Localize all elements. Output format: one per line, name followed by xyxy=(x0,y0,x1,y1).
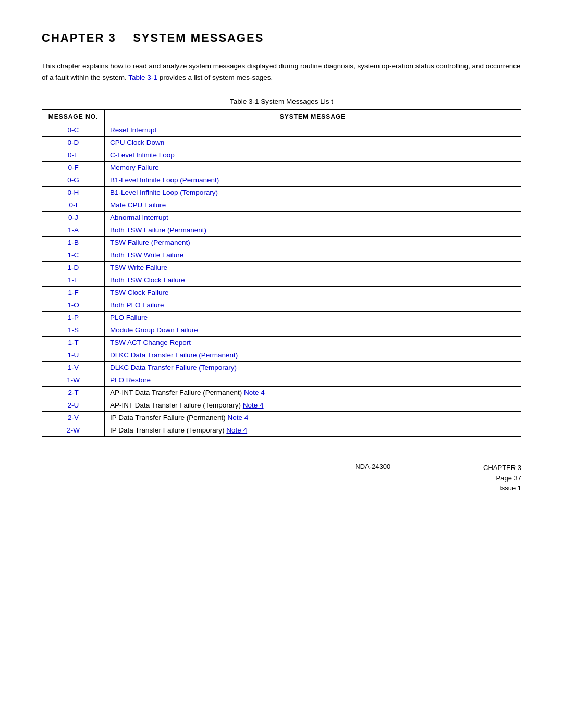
message-text-cell[interactable]: Both PLO Failure xyxy=(105,299,521,312)
message-no-cell[interactable]: 1-U xyxy=(42,349,105,362)
message-text-cell[interactable]: Both TSW Clock Failure xyxy=(105,274,521,287)
message-link[interactable]: B1-Level Infinite Loop (Permanent) xyxy=(110,176,219,184)
table-row: 1-SModule Group Down Failure xyxy=(42,324,521,337)
message-link[interactable]: Mate CPU Failure xyxy=(110,201,166,209)
message-text-cell: AP-INT Data Transfer Failure (Permanent)… xyxy=(105,387,521,399)
message-text-cell[interactable]: PLO Restore xyxy=(105,374,521,387)
note-link[interactable]: Note 4 xyxy=(243,401,264,409)
message-no-cell: 2-V xyxy=(42,412,105,424)
message-text-cell[interactable]: B1-Level Infinite Loop (Temporary) xyxy=(105,187,521,199)
message-link[interactable]: DLKC Data Transfer Failure (Permanent) xyxy=(110,351,238,359)
message-link[interactable]: Both TSW Write Failure xyxy=(110,251,183,259)
message-no-cell: 2-T xyxy=(42,387,105,399)
message-link[interactable]: CPU Clock Down xyxy=(110,139,164,146)
message-no-cell[interactable]: 0-C xyxy=(42,124,105,137)
message-link[interactable]: TSW Write Failure xyxy=(110,264,167,272)
message-text-cell[interactable]: Both TSW Write Failure xyxy=(105,249,521,262)
table-caption: Table 3-1 System Messages Lis t xyxy=(42,97,521,105)
system-messages-table: MESSAGE NO. SYSTEM MESSAGE 0-CReset Inte… xyxy=(42,109,521,437)
table-row: 0-FMemory Failure xyxy=(42,162,521,174)
table-row: 0-GB1-Level Infinite Loop (Permanent) xyxy=(42,174,521,187)
table-row: 0-IMate CPU Failure xyxy=(42,199,521,212)
table-row: 2-UAP-INT Data Transfer Failure (Tempora… xyxy=(42,399,521,412)
message-link[interactable]: B1-Level Infinite Loop (Temporary) xyxy=(110,189,218,196)
message-link[interactable]: Both TSW Clock Failure xyxy=(110,276,185,284)
message-no-cell[interactable]: 1-O xyxy=(42,299,105,312)
table-row: 1-TTSW ACT Change Report xyxy=(42,337,521,349)
message-no-cell[interactable]: 1-F xyxy=(42,287,105,299)
message-text-cell[interactable]: Module Group Down Failure xyxy=(105,324,521,337)
message-no-cell[interactable]: 1-S xyxy=(42,324,105,337)
table-row: 2-WIP Data Transfer Failure (Temporary) … xyxy=(42,424,521,437)
table-row: 0-HB1-Level Infinite Loop (Temporary) xyxy=(42,187,521,199)
footer-doc-number: NDA-24300 xyxy=(263,463,484,471)
message-link[interactable]: PLO Failure xyxy=(110,314,148,322)
message-text-cell[interactable]: DLKC Data Transfer Failure (Permanent) xyxy=(105,349,521,362)
message-link[interactable]: TSW Failure (Permanent) xyxy=(110,239,190,246)
message-no-cell[interactable]: 0-F xyxy=(42,162,105,174)
table-row: 0-EC-Level Infinite Loop xyxy=(42,149,521,162)
message-no-cell[interactable]: 0-G xyxy=(42,174,105,187)
note-link[interactable]: Note 4 xyxy=(226,426,247,434)
message-no-cell[interactable]: 1-W xyxy=(42,374,105,387)
table-row: 1-VDLKC Data Transfer Failure (Temporary… xyxy=(42,362,521,374)
message-link[interactable]: DLKC Data Transfer Failure (Temporary) xyxy=(110,364,237,372)
table-row: 2-VIP Data Transfer Failure (Permanent) … xyxy=(42,412,521,424)
message-link[interactable]: Module Group Down Failure xyxy=(110,326,198,334)
table-row: 1-OBoth PLO Failure xyxy=(42,299,521,312)
message-link[interactable]: C-Level Infinite Loop xyxy=(110,151,175,159)
message-text-cell[interactable]: Both TSW Failure (Permanent) xyxy=(105,224,521,237)
table-row: 0-JAbnormal Interrupt xyxy=(42,212,521,224)
col-header-system-message: SYSTEM MESSAGE xyxy=(105,110,521,124)
col-header-msg-no: MESSAGE NO. xyxy=(42,110,105,124)
message-text-cell[interactable]: PLO Failure xyxy=(105,312,521,324)
message-no-cell[interactable]: 1-A xyxy=(42,224,105,237)
message-no-cell[interactable]: 0-H xyxy=(42,187,105,199)
message-no-cell[interactable]: 0-J xyxy=(42,212,105,224)
table-row: 0-CReset Interrupt xyxy=(42,124,521,137)
message-text-cell[interactable]: DLKC Data Transfer Failure (Temporary) xyxy=(105,362,521,374)
note-link[interactable]: Note 4 xyxy=(228,414,249,422)
message-text-cell[interactable]: Mate CPU Failure xyxy=(105,199,521,212)
note-link[interactable]: Note 4 xyxy=(244,389,265,397)
message-link[interactable]: TSW Clock Failure xyxy=(110,289,169,297)
message-text-cell[interactable]: B1-Level Infinite Loop (Permanent) xyxy=(105,174,521,187)
message-link[interactable]: PLO Restore xyxy=(110,376,151,384)
table-row: 1-CBoth TSW Write Failure xyxy=(42,249,521,262)
message-no-cell[interactable]: 0-I xyxy=(42,199,105,212)
message-no-cell[interactable]: 1-P xyxy=(42,312,105,324)
chapter-title: CHAPTER 3 SYSTEM MESSAGES xyxy=(42,31,521,45)
table-row: 1-EBoth TSW Clock Failure xyxy=(42,274,521,287)
message-link[interactable]: Both TSW Failure (Permanent) xyxy=(110,226,206,234)
message-no-cell[interactable]: 1-C xyxy=(42,249,105,262)
message-text-cell[interactable]: TSW Clock Failure xyxy=(105,287,521,299)
message-link[interactable]: Both PLO Failure xyxy=(110,301,164,309)
message-no-cell[interactable]: 1-B xyxy=(42,237,105,249)
table-row: 2-TAP-INT Data Transfer Failure (Permane… xyxy=(42,387,521,399)
message-link[interactable]: TSW ACT Change Report xyxy=(110,339,191,347)
message-no-cell[interactable]: 1-E xyxy=(42,274,105,287)
intro-paragraph: This chapter explains how to read and an… xyxy=(42,60,521,83)
message-link[interactable]: Abnormal Interrupt xyxy=(110,214,168,221)
message-no-cell[interactable]: 1-V xyxy=(42,362,105,374)
message-text-cell: AP-INT Data Transfer Failure (Temporary)… xyxy=(105,399,521,412)
message-no-cell[interactable]: 1-D xyxy=(42,262,105,274)
message-text-cell[interactable]: CPU Clock Down xyxy=(105,137,521,149)
message-no-cell[interactable]: 1-T xyxy=(42,337,105,349)
message-text-cell[interactable]: Abnormal Interrupt xyxy=(105,212,521,224)
message-text-cell[interactable]: Memory Failure xyxy=(105,162,521,174)
message-text-cell[interactable]: TSW Write Failure xyxy=(105,262,521,274)
message-text-cell[interactable]: TSW ACT Change Report xyxy=(105,337,521,349)
message-text-cell[interactable]: TSW Failure (Permanent) xyxy=(105,237,521,249)
message-no-cell[interactable]: 0-D xyxy=(42,137,105,149)
page-footer: NDA-24300 CHAPTER 3 Page 37 Issue 1 xyxy=(42,463,521,493)
message-link[interactable]: Memory Failure xyxy=(110,164,159,171)
message-text-cell[interactable]: C-Level Infinite Loop xyxy=(105,149,521,162)
message-text-cell[interactable]: Reset Interrupt xyxy=(105,124,521,137)
table-row: 1-ABoth TSW Failure (Permanent) xyxy=(42,224,521,237)
table-row: 0-DCPU Clock Down xyxy=(42,137,521,149)
message-link[interactable]: Reset Interrupt xyxy=(110,126,156,134)
message-no-cell[interactable]: 0-E xyxy=(42,149,105,162)
message-text-cell: IP Data Transfer Failure (Temporary) Not… xyxy=(105,424,521,437)
table-link[interactable]: Table 3-1 xyxy=(128,73,157,81)
